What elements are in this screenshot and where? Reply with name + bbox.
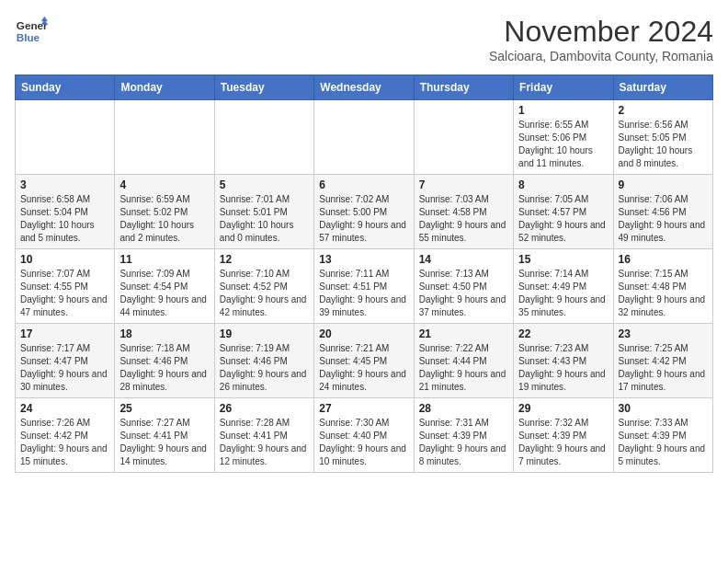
cell-2-2: 12Sunrise: 7:10 AM Sunset: 4:52 PM Dayli… [214,249,313,324]
day-info: Sunrise: 7:01 AM Sunset: 5:01 PM Dayligh… [220,193,309,245]
cell-4-6: 30Sunrise: 7:33 AM Sunset: 4:39 PM Dayli… [613,398,712,473]
cell-0-2 [214,100,313,175]
day-info: Sunrise: 7:22 AM Sunset: 4:44 PM Dayligh… [419,342,508,394]
cell-3-4: 21Sunrise: 7:22 AM Sunset: 4:44 PM Dayli… [414,324,513,398]
month-title: November 2024 [489,15,713,49]
day-number: 28 [419,402,508,415]
day-number: 7 [419,178,508,191]
day-number: 30 [619,402,708,415]
week-row-1: 3Sunrise: 6:58 AM Sunset: 5:04 PM Daylig… [16,175,713,249]
cell-0-1 [115,100,214,175]
day-number: 12 [220,253,309,266]
cell-1-5: 8Sunrise: 7:05 AM Sunset: 4:57 PM Daylig… [514,175,613,249]
header: General Blue November 2024 Salcioara, Da… [15,15,713,63]
cell-2-3: 13Sunrise: 7:11 AM Sunset: 4:51 PM Dayli… [314,249,414,324]
cell-0-3 [314,100,414,175]
header-friday: Friday [514,75,613,100]
day-info: Sunrise: 7:07 AM Sunset: 4:55 PM Dayligh… [20,268,109,319]
cell-2-6: 16Sunrise: 7:15 AM Sunset: 4:48 PM Dayli… [613,249,712,324]
day-number: 13 [319,253,408,266]
day-info: Sunrise: 7:30 AM Sunset: 4:40 PM Dayligh… [319,417,408,468]
subtitle: Salcioara, Dambovita County, Romania [489,49,713,63]
day-number: 26 [220,402,309,415]
day-info: Sunrise: 7:06 AM Sunset: 4:56 PM Dayligh… [619,193,708,245]
cell-3-5: 22Sunrise: 7:23 AM Sunset: 4:43 PM Dayli… [514,324,613,398]
day-info: Sunrise: 7:14 AM Sunset: 4:49 PM Dayligh… [518,268,608,319]
day-number: 6 [319,178,408,191]
cell-2-5: 15Sunrise: 7:14 AM Sunset: 4:49 PM Dayli… [514,249,613,324]
cell-1-1: 4Sunrise: 6:59 AM Sunset: 5:02 PM Daylig… [115,175,214,249]
cell-2-4: 14Sunrise: 7:13 AM Sunset: 4:50 PM Dayli… [414,249,513,324]
day-info: Sunrise: 7:19 AM Sunset: 4:46 PM Dayligh… [220,342,309,394]
header-thursday: Thursday [414,75,513,100]
cell-0-0 [16,100,115,175]
day-number: 18 [119,327,209,340]
day-info: Sunrise: 7:28 AM Sunset: 4:41 PM Dayligh… [220,417,309,468]
title-area: November 2024 Salcioara, Dambovita Count… [489,15,713,63]
day-info: Sunrise: 7:09 AM Sunset: 4:54 PM Dayligh… [119,268,209,319]
day-number: 15 [518,253,608,266]
day-info: Sunrise: 7:03 AM Sunset: 4:58 PM Dayligh… [419,193,508,245]
logo: General Blue [15,15,48,48]
day-info: Sunrise: 7:27 AM Sunset: 4:41 PM Dayligh… [119,417,209,468]
header-sunday: Sunday [16,75,115,100]
day-info: Sunrise: 6:56 AM Sunset: 5:05 PM Dayligh… [619,119,708,170]
calendar-header: SundayMondayTuesdayWednesdayThursdayFrid… [16,75,713,100]
cell-0-5: 1Sunrise: 6:55 AM Sunset: 5:06 PM Daylig… [514,100,613,175]
day-number: 23 [619,327,708,340]
day-number: 3 [20,178,109,191]
day-number: 21 [419,327,508,340]
cell-4-0: 24Sunrise: 7:26 AM Sunset: 4:42 PM Dayli… [16,398,115,473]
week-row-3: 17Sunrise: 7:17 AM Sunset: 4:47 PM Dayli… [16,324,713,398]
header-row: SundayMondayTuesdayWednesdayThursdayFrid… [16,75,713,100]
day-number: 9 [619,178,708,191]
day-number: 14 [419,253,508,266]
cell-3-0: 17Sunrise: 7:17 AM Sunset: 4:47 PM Dayli… [16,324,115,398]
day-number: 29 [518,402,608,415]
week-row-4: 24Sunrise: 7:26 AM Sunset: 4:42 PM Dayli… [16,398,713,473]
day-number: 10 [20,253,109,266]
day-info: Sunrise: 7:26 AM Sunset: 4:42 PM Dayligh… [20,417,109,468]
day-number: 16 [619,253,708,266]
day-info: Sunrise: 7:17 AM Sunset: 4:47 PM Dayligh… [20,342,109,394]
day-number: 8 [518,178,608,191]
day-info: Sunrise: 7:11 AM Sunset: 4:51 PM Dayligh… [319,268,408,319]
day-info: Sunrise: 7:31 AM Sunset: 4:39 PM Dayligh… [419,417,508,468]
day-info: Sunrise: 7:33 AM Sunset: 4:39 PM Dayligh… [619,417,708,468]
day-info: Sunrise: 7:13 AM Sunset: 4:50 PM Dayligh… [419,268,508,319]
day-number: 20 [319,327,408,340]
day-number: 25 [119,402,209,415]
day-number: 17 [20,327,109,340]
cell-0-4 [414,100,513,175]
calendar-table: SundayMondayTuesdayWednesdayThursdayFrid… [15,75,713,473]
week-row-2: 10Sunrise: 7:07 AM Sunset: 4:55 PM Dayli… [16,249,713,324]
day-number: 22 [518,327,608,340]
header-wednesday: Wednesday [314,75,414,100]
day-number: 11 [119,253,209,266]
cell-4-5: 29Sunrise: 7:32 AM Sunset: 4:39 PM Dayli… [514,398,613,473]
day-number: 4 [119,178,209,191]
cell-2-0: 10Sunrise: 7:07 AM Sunset: 4:55 PM Dayli… [16,249,115,324]
day-info: Sunrise: 6:58 AM Sunset: 5:04 PM Dayligh… [20,193,109,245]
logo-icon: General Blue [15,15,48,48]
cell-3-6: 23Sunrise: 7:25 AM Sunset: 4:42 PM Dayli… [613,324,712,398]
cell-1-4: 7Sunrise: 7:03 AM Sunset: 4:58 PM Daylig… [414,175,513,249]
cell-4-3: 27Sunrise: 7:30 AM Sunset: 4:40 PM Dayli… [314,398,414,473]
cell-4-4: 28Sunrise: 7:31 AM Sunset: 4:39 PM Dayli… [414,398,513,473]
day-info: Sunrise: 6:59 AM Sunset: 5:02 PM Dayligh… [119,193,209,245]
day-number: 5 [220,178,309,191]
day-info: Sunrise: 7:18 AM Sunset: 4:46 PM Dayligh… [119,342,209,394]
day-number: 27 [319,402,408,415]
header-saturday: Saturday [613,75,712,100]
day-info: Sunrise: 7:10 AM Sunset: 4:52 PM Dayligh… [220,268,309,319]
day-info: Sunrise: 6:55 AM Sunset: 5:06 PM Dayligh… [518,119,608,170]
cell-3-3: 20Sunrise: 7:21 AM Sunset: 4:45 PM Dayli… [314,324,414,398]
svg-text:Blue: Blue [17,31,40,43]
cell-1-6: 9Sunrise: 7:06 AM Sunset: 4:56 PM Daylig… [613,175,712,249]
header-monday: Monday [115,75,214,100]
day-number: 19 [220,327,309,340]
day-info: Sunrise: 7:15 AM Sunset: 4:48 PM Dayligh… [619,268,708,319]
cell-1-3: 6Sunrise: 7:02 AM Sunset: 5:00 PM Daylig… [314,175,414,249]
day-number: 24 [20,402,109,415]
cell-3-1: 18Sunrise: 7:18 AM Sunset: 4:46 PM Dayli… [115,324,214,398]
